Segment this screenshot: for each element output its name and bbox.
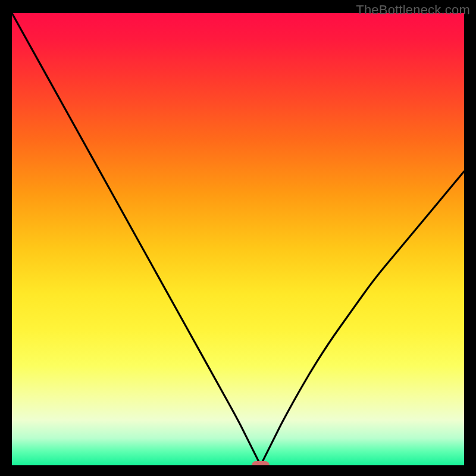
- chart-frame: TheBottleneck.com: [0, 0, 476, 476]
- optimum-marker: [252, 461, 270, 465]
- bottleneck-curve: [12, 13, 464, 463]
- curve-layer: [12, 13, 464, 465]
- plot-area: [12, 13, 464, 465]
- watermark-text: TheBottleneck.com: [356, 2, 470, 18]
